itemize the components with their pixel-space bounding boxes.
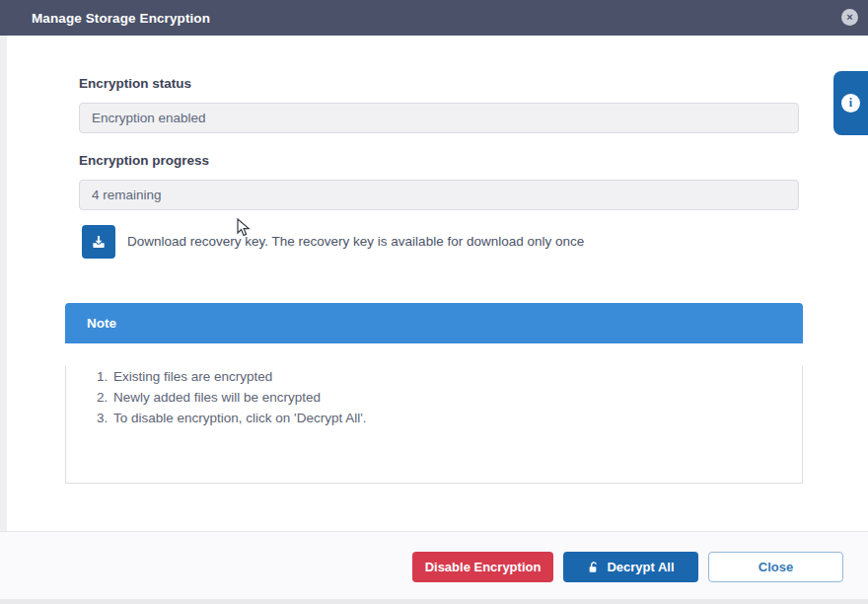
- footer-button-row: Disable Encryption Decrypt All Close: [412, 552, 843, 582]
- decrypt-all-label: Decrypt All: [607, 560, 674, 574]
- dialog-footer: Disable Encryption Decrypt All Close: [0, 532, 868, 599]
- encryption-progress-label: Encryption progress: [79, 153, 209, 168]
- manage-storage-encryption-dialog: Manage Storage Encryption × i Encryption…: [0, 0, 868, 604]
- note-item: Existing files are encrypted: [111, 366, 802, 387]
- note-panel-body: Existing files are encrypted Newly added…: [65, 366, 803, 484]
- dialog-header: Manage Storage Encryption ×: [0, 0, 868, 36]
- note-item: Newly added files will be encrypted: [111, 387, 802, 408]
- download-icon: [90, 233, 108, 251]
- info-tab[interactable]: i: [833, 71, 868, 135]
- note-panel: Note Existing files are encrypted Newly …: [65, 303, 803, 462]
- note-title: Note: [87, 316, 116, 331]
- encryption-progress-field: [79, 180, 799, 210]
- unlock-icon: [587, 561, 601, 574]
- encryption-status-label: Encryption status: [79, 76, 191, 91]
- download-recovery-key-button[interactable]: [82, 225, 115, 259]
- note-panel-header: Note: [65, 303, 803, 343]
- recovery-key-text: Download recovery key. The recovery key …: [127, 234, 584, 249]
- disable-encryption-button[interactable]: Disable Encryption: [412, 552, 553, 582]
- note-list: Existing files are encrypted Newly added…: [66, 366, 802, 428]
- close-button[interactable]: Close: [708, 552, 843, 582]
- info-icon: i: [841, 94, 860, 113]
- left-edge-strip: [0, 36, 7, 531]
- bottom-edge-strip: [0, 599, 868, 604]
- dialog-title: Manage Storage Encryption: [32, 11, 210, 26]
- decrypt-all-button[interactable]: Decrypt All: [563, 552, 698, 582]
- close-icon[interactable]: ×: [841, 9, 858, 26]
- encryption-status-field: [79, 103, 799, 133]
- note-item: To disable encryption, click on 'Decrypt…: [111, 408, 802, 428]
